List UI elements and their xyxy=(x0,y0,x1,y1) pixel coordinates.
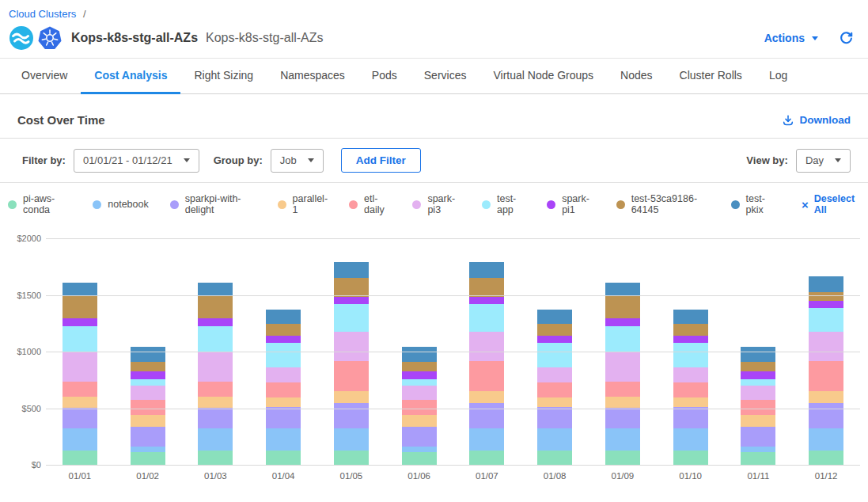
bar-segment-spark-pi1 xyxy=(334,297,369,304)
legend-item-test-53ca9186-64145[interactable]: test-53ca9186-64145 xyxy=(616,193,710,215)
download-icon xyxy=(782,114,794,127)
bar-segment-notebook xyxy=(334,428,369,451)
bar-group-01-05 xyxy=(317,239,385,466)
view-by-value: Day xyxy=(805,154,824,166)
x-tick-label: 01/06 xyxy=(385,471,453,481)
stacked-bar-01-07 xyxy=(469,262,504,466)
group-by-label: Group by: xyxy=(214,154,263,166)
tab-cluster-rolls[interactable]: Cluster Rolls xyxy=(666,59,756,94)
cost-over-time-chart: 01/0101/0201/0301/0401/0501/0601/0701/08… xyxy=(0,228,868,481)
legend-label: etl-daily xyxy=(364,193,391,215)
legend-item-parallel-1[interactable]: parallel-1 xyxy=(278,193,328,215)
x-tick-label: 01/12 xyxy=(792,471,860,481)
bar-segment-test-app xyxy=(131,379,165,385)
bar-group-01-12 xyxy=(792,239,860,466)
legend-item-test-app[interactable]: test-app xyxy=(482,193,525,215)
bar-segment-parallel-1 xyxy=(63,397,97,408)
bar-segment-pi-aws-conda xyxy=(266,451,301,466)
bar-segment-test-pkix xyxy=(673,310,708,324)
bar-segment-test-53ca9186-64145 xyxy=(131,362,165,372)
bar-segment-test-app xyxy=(402,379,437,385)
bar-segment-parallel-1 xyxy=(673,397,708,408)
bar-segment-sparkpi-with-delight xyxy=(537,407,572,428)
bar-segment-sparkpi-with-delight xyxy=(605,408,640,428)
bar-segment-pi-aws-conda xyxy=(131,452,165,466)
x-tick-label: 01/07 xyxy=(453,471,521,481)
download-button[interactable]: Download xyxy=(782,114,851,127)
bar-group-01-10 xyxy=(657,239,725,466)
tab-log[interactable]: Log xyxy=(756,59,801,94)
bar-segment-etl-daily xyxy=(469,361,504,390)
tab-services[interactable]: Services xyxy=(411,59,480,94)
bar-segment-sparkpi-with-delight xyxy=(131,427,165,447)
group-by-select[interactable]: Job xyxy=(271,149,324,173)
bar-segment-test-pkix xyxy=(537,310,572,324)
legend-dot-icon xyxy=(170,200,179,209)
bar-segment-pi-aws-conda xyxy=(334,451,369,466)
x-tick-label: 01/11 xyxy=(725,471,793,481)
bar-segment-test-53ca9186-64145 xyxy=(605,296,640,318)
bar-segment-spark-pi1 xyxy=(63,318,97,326)
bar-segment-test-pkix xyxy=(809,276,843,293)
actions-button[interactable]: Actions xyxy=(764,32,818,44)
x-tick-label: 01/05 xyxy=(317,471,385,481)
tab-virtual-node-groups[interactable]: Virtual Node Groups xyxy=(479,59,607,94)
bar-segment-sparkpi-with-delight xyxy=(198,408,233,428)
legend-item-pi-aws-conda[interactable]: pi-aws-conda xyxy=(8,193,71,215)
add-filter-button[interactable]: Add Filter xyxy=(341,148,421,173)
bar-segment-spark-pi1 xyxy=(809,301,843,308)
legend-item-spark-pi1[interactable]: spark-pi1 xyxy=(547,193,595,215)
legend-item-spark-pi3[interactable]: spark-pi3 xyxy=(412,193,461,215)
bar-segment-notebook xyxy=(198,428,233,451)
y-tick-label: $1000 xyxy=(6,347,41,356)
x-icon: × xyxy=(802,199,809,211)
legend-item-etl-daily[interactable]: etl-daily xyxy=(349,193,391,215)
gridline xyxy=(46,238,860,239)
legend-item-sparkpi-with-delight[interactable]: sparkpi-with-delight xyxy=(170,193,256,215)
gridline xyxy=(46,295,860,296)
bar-group-01-09 xyxy=(589,239,657,466)
tab-nodes[interactable]: Nodes xyxy=(607,59,665,94)
bar-segment-spark-pi3 xyxy=(809,332,843,362)
section-title: Cost Over Time xyxy=(17,113,105,127)
bar-segment-test-app xyxy=(198,326,233,352)
refresh-icon[interactable] xyxy=(839,31,854,46)
cluster-header: Kops-k8s-stg-all-AZs Kops-k8s-stg-all-AZ… xyxy=(0,20,868,59)
bar-segment-test-53ca9186-64145 xyxy=(402,362,437,372)
bar-segment-pi-aws-conda xyxy=(605,451,640,466)
ocean-icon xyxy=(9,26,33,50)
tab-right-sizing[interactable]: Right Sizing xyxy=(180,59,267,94)
bar-segment-spark-pi1 xyxy=(402,371,437,379)
breadcrumb-link[interactable]: Cloud Clusters xyxy=(9,8,76,20)
deselect-all-label: Deselect All xyxy=(814,193,860,215)
legend-item-notebook[interactable]: notebook xyxy=(93,199,148,210)
bar-segment-spark-pi3 xyxy=(469,332,504,362)
x-tick-label: 01/03 xyxy=(182,471,250,481)
legend-dot-icon xyxy=(731,200,740,209)
x-tick-label: 01/09 xyxy=(589,471,657,481)
bar-segment-test-53ca9186-64145 xyxy=(537,324,572,335)
bar-segment-test-app xyxy=(809,308,843,332)
tab-overview[interactable]: Overview xyxy=(8,59,81,94)
download-label: Download xyxy=(800,114,851,126)
tab-pods[interactable]: Pods xyxy=(358,59,411,94)
gridline xyxy=(46,465,860,466)
tab-cost-analysis[interactable]: Cost Analysis xyxy=(81,59,180,94)
date-range-select[interactable]: 01/01/21 - 01/12/21 xyxy=(74,149,199,173)
bar-segment-pi-aws-conda xyxy=(198,451,233,466)
bar-segment-etl-daily xyxy=(198,382,233,397)
chart-bars xyxy=(46,239,860,466)
stacked-bar-01-05 xyxy=(334,262,369,466)
date-range-value: 01/01/21 - 01/12/21 xyxy=(83,154,172,166)
bar-segment-spark-pi3 xyxy=(198,352,233,382)
x-axis: 01/0101/0201/0301/0401/0501/0601/0701/08… xyxy=(46,471,860,481)
deselect-all-button[interactable]: ×Deselect All xyxy=(802,193,860,215)
bar-segment-notebook xyxy=(537,428,572,451)
view-by-select[interactable]: Day xyxy=(796,149,851,173)
tab-namespaces[interactable]: Namespaces xyxy=(267,59,358,94)
bar-segment-spark-pi3 xyxy=(673,367,708,382)
legend-item-test-pkix[interactable]: test-pkix xyxy=(731,193,775,215)
bar-segment-test-53ca9186-64145 xyxy=(266,324,301,335)
y-tick-label: $500 xyxy=(6,404,41,413)
legend-dot-icon xyxy=(547,200,555,209)
